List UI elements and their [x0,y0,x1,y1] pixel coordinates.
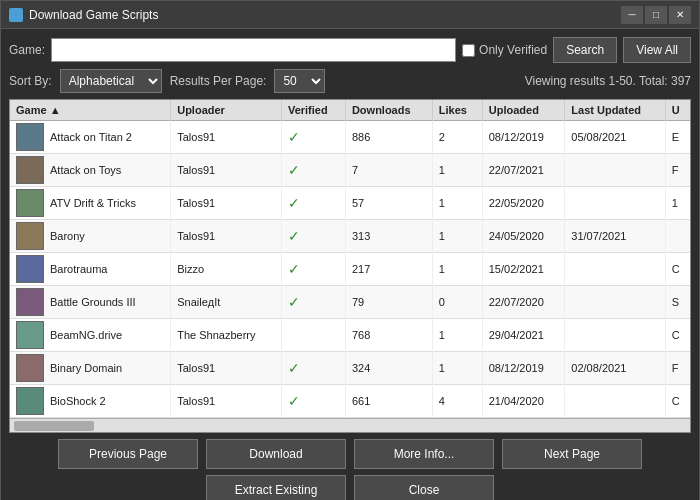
uploaded-cell: 22/05/2020 [482,187,565,220]
only-verified-label: Only Verified [462,43,547,57]
results-per-page-label: Results Per Page: [170,74,267,88]
table-row[interactable]: Binary DomainTalos91✓324108/12/201902/08… [10,352,690,385]
table-row[interactable]: BeamNG.driveThe Shnazberry768129/04/2021… [10,319,690,352]
window-controls: ─ □ ✕ [621,6,691,24]
table-row[interactable]: Attack on Titan 2Talos91✓886208/12/20190… [10,121,690,154]
game-name: Barotrauma [50,263,107,275]
col-extra[interactable]: U [665,100,690,121]
uploader-cell: Talos91 [171,220,282,253]
window-title: Download Game Scripts [29,8,621,22]
col-downloads[interactable]: Downloads [345,100,432,121]
col-last-updated[interactable]: Last Updated [565,100,665,121]
verified-cell: ✓ [281,385,345,418]
game-name: Attack on Titan 2 [50,131,132,143]
last-updated-cell [565,286,665,319]
likes-cell: 1 [432,220,482,253]
likes-cell: 1 [432,154,482,187]
game-cell: Attack on Toys [10,154,171,187]
view-all-button[interactable]: View All [623,37,691,63]
game-name: Binary Domain [50,362,122,374]
uploader-cell: Bizzo [171,253,282,286]
game-search-input[interactable] [51,38,456,62]
last-updated-cell: 05/08/2021 [565,121,665,154]
uploaded-cell: 15/02/2021 [482,253,565,286]
extra-cell: C [665,385,690,418]
game-thumbnail [16,222,44,250]
last-updated-cell [565,385,665,418]
game-cell: ATV Drift & Tricks [10,187,171,220]
table-scroll-area[interactable]: Game ▲ Uploader Verified Downloads Likes… [10,100,690,418]
uploaded-cell: 21/04/2020 [482,385,565,418]
content-area: Game: Only Verified Search View All Sort… [1,29,699,500]
table-row[interactable]: ATV Drift & TricksTalos91✓57122/05/20201 [10,187,690,220]
download-button[interactable]: Download [206,439,346,469]
previous-page-button[interactable]: Previous Page [58,439,198,469]
uploader-cell: Talos91 [171,121,282,154]
close-button[interactable]: Close [354,475,494,500]
likes-cell: 0 [432,286,482,319]
game-name: Barony [50,230,85,242]
likes-cell: 1 [432,352,482,385]
game-cell: Barony [10,220,171,253]
game-thumbnail [16,288,44,316]
col-uploader[interactable]: Uploader [171,100,282,121]
game-cell: Attack on Titan 2 [10,121,171,154]
bottom-btn-row-1: Previous Page Download More Info... Next… [9,439,691,469]
bottom-btn-row-2: Extract Existing Close [9,475,691,500]
results-per-page-select[interactable]: 25 50 100 [274,69,325,93]
game-cell: Barotrauma [10,253,171,286]
col-game[interactable]: Game ▲ [10,100,171,121]
uploaded-cell: 08/12/2019 [482,352,565,385]
last-updated-cell [565,187,665,220]
table-header-row: Game ▲ Uploader Verified Downloads Likes… [10,100,690,121]
search-button[interactable]: Search [553,37,617,63]
minimize-button[interactable]: ─ [621,6,643,24]
game-cell: BeamNG.drive [10,319,171,352]
col-likes[interactable]: Likes [432,100,482,121]
next-page-button[interactable]: Next Page [502,439,642,469]
game-cell: Binary Domain [10,352,171,385]
table-row[interactable]: BioShock 2Talos91✓661421/04/2020C [10,385,690,418]
verified-cell: ✓ [281,187,345,220]
extra-cell: F [665,154,690,187]
horizontal-scrollbar[interactable] [10,418,690,432]
verified-cell: ✓ [281,253,345,286]
maximize-button[interactable]: □ [645,6,667,24]
extra-cell [665,220,690,253]
col-uploaded[interactable]: Uploaded [482,100,565,121]
game-name: BioShock 2 [50,395,106,407]
table-row[interactable]: Battle Grounds IIISnaileдIt✓79022/07/202… [10,286,690,319]
uploader-cell: Talos91 [171,352,282,385]
uploader-cell: The Shnazberry [171,319,282,352]
table-row[interactable]: BaronyTalos91✓313124/05/202031/07/2021 [10,220,690,253]
game-name: Attack on Toys [50,164,121,176]
uploaded-cell: 24/05/2020 [482,220,565,253]
extra-cell: F [665,352,690,385]
game-thumbnail [16,156,44,184]
extract-existing-button[interactable]: Extract Existing [206,475,346,500]
uploader-cell: Talos91 [171,154,282,187]
close-window-button[interactable]: ✕ [669,6,691,24]
verified-checkmark: ✓ [288,360,300,376]
main-window: Download Game Scripts ─ □ ✕ Game: Only V… [0,0,700,500]
verified-checkmark: ✓ [288,195,300,211]
uploaded-cell: 22/07/2020 [482,286,565,319]
table-row[interactable]: BarotraumaBizzo✓217115/02/2021C [10,253,690,286]
app-icon [9,8,23,22]
table-row[interactable]: Attack on ToysTalos91✓7122/07/2021F [10,154,690,187]
downloads-cell: 217 [345,253,432,286]
downloads-cell: 661 [345,385,432,418]
sort-by-select[interactable]: Alphabetical Downloads Last Updated Like… [60,69,162,93]
downloads-cell: 7 [345,154,432,187]
only-verified-checkbox[interactable] [462,44,475,57]
game-table-container: Game ▲ Uploader Verified Downloads Likes… [9,99,691,433]
game-thumbnail [16,354,44,382]
likes-cell: 2 [432,121,482,154]
more-info-button[interactable]: More Info... [354,439,494,469]
col-verified[interactable]: Verified [281,100,345,121]
last-updated-cell [565,319,665,352]
game-thumbnail [16,321,44,349]
game-thumbnail [16,123,44,151]
extra-cell: C [665,319,690,352]
last-updated-cell [565,154,665,187]
